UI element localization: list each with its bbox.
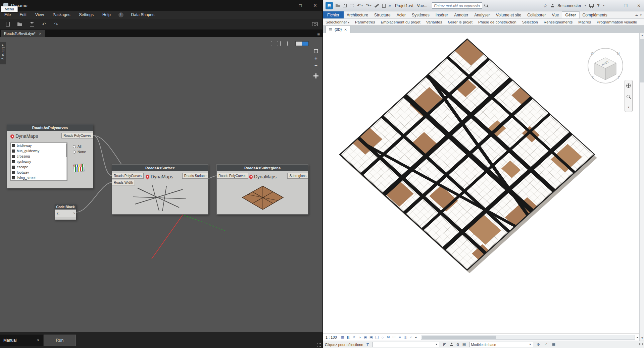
editable-only-icon[interactable]: ◩ xyxy=(442,342,447,347)
workspace-tab[interactable]: RoadsToRevit.dyn* ✕ xyxy=(1,30,45,37)
panel-variantes[interactable]: Variantes xyxy=(426,20,442,24)
chevron-down-icon[interactable]: ▾ xyxy=(585,4,586,7)
notifications-icon[interactable]: ! xyxy=(118,12,123,17)
tab-close-icon[interactable]: ✕ xyxy=(39,32,42,36)
panel-selectionner[interactable]: Sélectionner▾ xyxy=(326,20,349,24)
checkbox-icon[interactable] xyxy=(12,160,15,163)
panel-phase-de-construction[interactable]: Phase de construction xyxy=(478,20,516,24)
shadows-icon[interactable]: ◑ xyxy=(357,334,363,340)
radio-icon[interactable] xyxy=(73,151,76,154)
press-drag-icon[interactable]: ✓ xyxy=(544,342,549,347)
background-3d-view-icon[interactable] xyxy=(302,42,308,46)
search-icon[interactable] xyxy=(484,3,489,8)
panel-parametres[interactable]: Paramètres xyxy=(355,20,375,24)
show-crop-region-icon[interactable]: ▢ xyxy=(374,334,380,340)
tab-gerer[interactable]: Gérer xyxy=(562,11,579,18)
filter-icon[interactable] xyxy=(366,343,369,346)
output-port[interactable]: > xyxy=(73,212,75,215)
node-roads-as-surface[interactable]: RoadsAsSurface Roads PolyCurves Roads Wi… xyxy=(112,164,208,215)
zoom-fit-icon[interactable] xyxy=(314,49,318,53)
panel-programmation-visuelle[interactable]: Programmation visuelle xyxy=(597,20,637,24)
revit-logo-icon[interactable]: R xyxy=(326,2,333,9)
menu-data-shapes[interactable]: Data Shapes xyxy=(127,11,159,19)
input-port-roads-polycurves[interactable]: Roads PolyCurves xyxy=(112,173,144,179)
tab-acier[interactable]: Acier xyxy=(394,11,409,18)
scroll-left-icon[interactable]: ◂ xyxy=(414,336,418,339)
search-input[interactable] xyxy=(432,2,482,9)
list-item[interactable]: cycleway xyxy=(11,159,67,164)
node-roads-as-subregions[interactable]: RoadsAsSubregions Roads PolyCurves Subre… xyxy=(216,164,308,215)
visual-style-icon[interactable]: ◧ xyxy=(346,334,351,340)
geometry-preview-icon[interactable] xyxy=(280,41,288,46)
checkbox-icon[interactable] xyxy=(12,166,15,169)
design-options-icon[interactable]: ▤ xyxy=(462,342,467,347)
list-scrollbar[interactable] xyxy=(66,143,67,180)
temporary-view-properties-icon[interactable]: ≡ xyxy=(397,334,403,340)
panel-macros[interactable]: Macros xyxy=(578,20,591,24)
export-image-icon[interactable] xyxy=(312,22,318,26)
zoom-out-icon[interactable]: − xyxy=(314,63,317,68)
checkbox-icon[interactable] xyxy=(12,144,15,147)
dynamo-titlebar[interactable]: Dynamo – □ ✕ xyxy=(0,0,323,11)
maximize-button[interactable]: □ xyxy=(293,0,308,11)
vertical-scrollbar-thumb[interactable] xyxy=(640,39,644,82)
viewcube[interactable]: N E S O HAUT xyxy=(584,45,627,89)
zoom-in-icon[interactable]: + xyxy=(314,56,317,61)
view-tab-3d[interactable]: {3D} ✕ xyxy=(326,26,350,33)
section-icon[interactable] xyxy=(382,4,386,8)
scroll-down-icon[interactable]: ▼ xyxy=(640,336,644,341)
output-port-roads-polycurves[interactable]: Roads PolyCurves xyxy=(61,133,93,138)
tab-annoter[interactable]: Annoter xyxy=(451,11,471,18)
render-icon[interactable]: ◉ xyxy=(363,334,368,340)
output-port-roads-surface[interactable]: Roads Surface xyxy=(182,173,208,179)
list-item[interactable]: bus_guideway xyxy=(11,148,67,154)
open-icon[interactable] xyxy=(336,4,340,7)
measure-icon[interactable] xyxy=(375,5,379,6)
detail-level-icon[interactable]: ▦ xyxy=(340,334,346,340)
pan-icon[interactable] xyxy=(313,73,318,78)
sun-path-icon[interactable]: ☀ xyxy=(351,334,357,340)
maximize-button[interactable]: ❐ xyxy=(621,2,631,9)
dynamo-canvas[interactable]: ▸ Library + − xyxy=(0,37,323,332)
chevron-down-icon[interactable]: ▾ xyxy=(628,106,629,109)
resize-grip-icon[interactable] xyxy=(639,343,643,347)
minimize-button[interactable]: – xyxy=(278,0,293,11)
view-tab-close-icon[interactable]: ✕ xyxy=(344,28,347,32)
tab-collaborer[interactable]: Collaborer xyxy=(524,11,549,18)
tab-structure[interactable]: Structure xyxy=(371,11,394,18)
background-processes-icon[interactable]: ▦ xyxy=(551,342,556,347)
close-button[interactable]: ✕ xyxy=(308,0,323,11)
list-item[interactable]: bridleway xyxy=(11,143,67,148)
panel-gerer-le-projet[interactable]: Gérer le projet xyxy=(448,20,473,24)
print-icon[interactable] xyxy=(350,4,354,7)
minimize-button[interactable]: – xyxy=(608,2,617,9)
graph-background-switch[interactable] xyxy=(295,41,309,46)
tab-complements[interactable]: Compléments xyxy=(580,11,610,18)
steering-wheel-icon[interactable] xyxy=(626,83,631,88)
node-header[interactable]: RoadsAsSurface xyxy=(112,165,208,171)
list-item[interactable]: escape xyxy=(11,164,67,170)
close-button[interactable]: ✕ xyxy=(634,2,644,9)
node-header[interactable]: RoadsAsPolycurves xyxy=(7,124,93,131)
navigation-bar[interactable]: ▾ xyxy=(625,80,633,112)
redo-icon[interactable]: ↷▾ xyxy=(366,3,371,8)
run-mode-select[interactable]: Manual ▼ xyxy=(0,335,43,346)
temporary-hide-icon[interactable]: ⊠ xyxy=(386,334,391,340)
reveal-hidden-icon[interactable]: ⊞ xyxy=(391,334,397,340)
undo-icon[interactable]: ↶▾ xyxy=(357,3,363,8)
ribbon-minimize-icon[interactable]: ▾ xyxy=(640,13,642,17)
open-file-icon[interactable] xyxy=(16,20,23,28)
3d-view-canvas[interactable]: N E S O HAUT ▾ xyxy=(323,33,639,333)
zoom-icon[interactable] xyxy=(626,95,631,99)
displacement-icon[interactable]: ◫ xyxy=(403,334,408,340)
list-item[interactable]: crossing xyxy=(11,154,67,159)
output-port-subregions[interactable]: Subregions xyxy=(287,173,308,179)
workset-select[interactable]: ▼ xyxy=(372,342,439,347)
node-roads-as-polycurves[interactable]: RoadsAsPolycurves DynaMaps Roads PolyCur… xyxy=(7,124,93,188)
tab-inserer[interactable]: Insérer xyxy=(433,11,451,18)
node-code-block[interactable]: Code Block 7; > xyxy=(55,204,76,220)
vertical-scrollbar[interactable]: ▲ ▼ xyxy=(639,33,644,341)
redo-icon[interactable]: ↷ xyxy=(52,20,60,28)
resize-grip-icon[interactable] xyxy=(317,343,321,347)
road-type-list[interactable]: bridleway bus_guideway crossing cycleway… xyxy=(10,142,67,181)
